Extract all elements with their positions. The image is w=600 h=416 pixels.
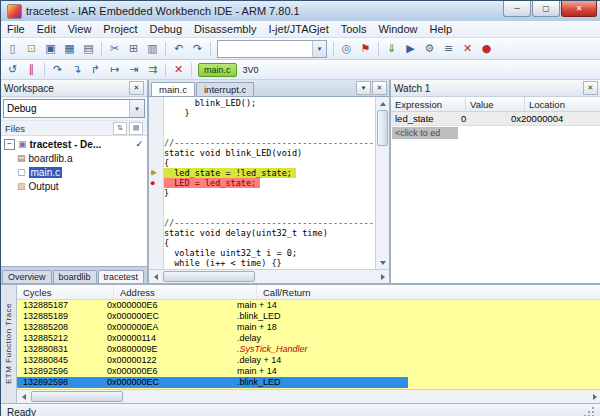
column-location[interactable]: Location	[525, 97, 600, 111]
debug-toolbar: ↺ ∥ ↷ ↴ ↱ ↦ ⇥ ⇉ ✕ main.c 3V0	[1, 60, 600, 80]
reset-button[interactable]: ↺	[3, 61, 22, 78]
stop-debugger-button[interactable]: ✕	[169, 61, 188, 78]
column-cycles[interactable]: Cycles	[17, 285, 114, 299]
redo-button[interactable]: ↷	[188, 40, 207, 57]
resize-grip[interactable]	[583, 407, 595, 416]
scrollbar-thumb[interactable]	[163, 271, 255, 282]
watch-row[interactable]: led_state 0 0x20000004	[391, 112, 600, 126]
quick-search-combo[interactable]: ▾	[217, 40, 327, 58]
tree-item-project[interactable]: − ▣ tracetest - De... ✓	[1, 137, 147, 151]
find-button[interactable]: ◎	[337, 40, 356, 57]
sort-column-button[interactable]: ⇅	[113, 122, 127, 135]
trace-row[interactable]: 132885189 0x000000EC .blink_LED	[17, 311, 600, 322]
close-button[interactable]: ✕	[561, 1, 597, 17]
trace-row[interactable]: 132885208 0x000000EA main + 18	[17, 322, 600, 333]
chevron-down-icon[interactable]: ▾	[129, 100, 144, 117]
menu-disassembly[interactable]: Disassembly	[188, 21, 262, 37]
config-dropdown[interactable]: Debug ▾	[3, 99, 145, 118]
menu-debug[interactable]: Debug	[144, 21, 188, 37]
trace-side-tab[interactable]: ETM Function Trace	[1, 285, 17, 403]
menu-window[interactable]: Window	[372, 21, 423, 37]
make-button[interactable]: ⚙	[420, 40, 439, 57]
menu-tools[interactable]: Tools	[335, 21, 373, 37]
menu-help[interactable]: Help	[424, 21, 459, 37]
column-value[interactable]: Value	[466, 97, 525, 111]
maximize-button[interactable]: ▢	[532, 1, 560, 17]
scrollbar-thumb[interactable]	[31, 391, 123, 402]
tab-tracetest[interactable]: tracetest	[98, 270, 145, 283]
code-area[interactable]: blink_LED(); } //-----------------------…	[164, 97, 375, 269]
editor-body: ► ● blink_LED(); } //-------------------…	[149, 97, 389, 269]
copy-button[interactable]: ⊞	[124, 40, 143, 57]
tree-item-boardlib[interactable]: ▤ boardlib.a	[1, 151, 147, 165]
download-and-debug-button[interactable]: ⇓	[382, 40, 401, 57]
step-out-button[interactable]: ↱	[86, 61, 105, 78]
menu-ijet-jtagjet[interactable]: I-jet/JTAGjet	[262, 21, 334, 37]
trace-horizontal-scrollbar[interactable]	[17, 389, 600, 403]
scroll-right-arrow[interactable]	[376, 270, 389, 283]
break-button[interactable]: ∥	[22, 61, 41, 78]
tree-item-output[interactable]: ▧ Output	[1, 179, 147, 193]
search-input[interactable]	[218, 43, 312, 55]
scroll-down-arrow[interactable]	[376, 256, 389, 269]
tab-interrupt-c[interactable]: interrupt.c	[196, 82, 254, 96]
watch-close-button[interactable]: ✕	[583, 81, 598, 95]
print-button[interactable]: ▤	[79, 40, 98, 57]
watch-expression[interactable]: led_state	[391, 113, 457, 124]
minimize-button[interactable]: ─	[503, 1, 531, 17]
column-call-return[interactable]: Call/Return	[257, 285, 600, 299]
toggle-bookmark-button[interactable]: ⚑	[356, 40, 375, 57]
scrollbar-thumb[interactable]	[377, 110, 388, 146]
main-content: Workspace ✕ Debug ▾ Files ⇅ ▤ − ▣ tracet	[1, 80, 600, 283]
step-over-button[interactable]: ↷	[48, 61, 67, 78]
undo-button[interactable]: ↶	[169, 40, 188, 57]
next-statement-button[interactable]: ↦	[105, 61, 124, 78]
watch-new-row[interactable]: <click to ed	[391, 126, 600, 139]
go-button[interactable]: ⇉	[143, 61, 162, 78]
run-to-cursor-button[interactable]: ⇥	[124, 61, 143, 78]
trace-row[interactable]: 132885212 0x00000114 .delay	[17, 333, 600, 344]
trace-row[interactable]: 132885187 0x000000E6 main + 14	[17, 300, 600, 311]
toggle-breakpoint-button[interactable]: ●	[477, 40, 496, 57]
menu-file[interactable]: File	[1, 21, 31, 37]
tab-main-c[interactable]: main.c	[151, 82, 195, 96]
trace-row-exception[interactable]: 132880831 0x0800009E .SysTick_Handler	[17, 344, 600, 355]
menu-project[interactable]: Project	[97, 21, 143, 37]
debug-without-downloading-button[interactable]: ▶	[401, 40, 420, 57]
scroll-left-arrow[interactable]	[17, 390, 30, 403]
editor-vertical-scrollbar[interactable]	[375, 97, 389, 269]
scroll-left-arrow[interactable]	[149, 270, 162, 283]
trace-row-selected[interactable]: 132892598 0x000000EC .blink_LED	[17, 377, 600, 388]
save-all-button[interactable]: ▦	[60, 40, 79, 57]
go-icon: ⇉	[148, 64, 157, 75]
chevron-down-icon[interactable]: ▾	[312, 41, 326, 57]
step-into-button[interactable]: ↴	[67, 61, 86, 78]
workspace-close-button[interactable]: ✕	[129, 81, 144, 95]
scroll-up-arrow[interactable]	[376, 97, 389, 110]
column-expression[interactable]: Expression	[391, 97, 466, 111]
compile-button[interactable]: ≡	[439, 40, 458, 57]
editor-horizontal-scrollbar[interactable]	[149, 269, 389, 283]
tab-overview[interactable]: Overview	[2, 270, 52, 283]
menu-edit[interactable]: Edit	[31, 21, 62, 37]
breakpoint-icon[interactable]: ●	[150, 178, 155, 188]
menu-view[interactable]: View	[62, 21, 98, 37]
save-button[interactable]: ▣	[41, 40, 60, 57]
trace-row[interactable]: 132892596 0x000000E6 main + 14	[17, 366, 600, 377]
collapse-icon[interactable]: −	[4, 139, 15, 150]
trace-row[interactable]: 132880845 0x00000122 .delay + 14	[17, 355, 600, 366]
cut-button[interactable]: ✂	[105, 40, 124, 57]
editor-close-button[interactable]: ✕	[372, 81, 387, 95]
tab-boardlib[interactable]: boardlib	[53, 270, 97, 283]
editor-gutter[interactable]: ► ●	[149, 97, 164, 269]
watch-edit-placeholder[interactable]: <click to ed	[392, 127, 458, 139]
stop-build-button[interactable]: ✕	[458, 40, 477, 57]
column-address[interactable]: Address	[114, 285, 257, 299]
open-button[interactable]: ⊡	[22, 40, 41, 57]
new-file-button[interactable]: ▯	[3, 40, 22, 57]
tab-list-button[interactable]: ▾	[356, 81, 371, 95]
scroll-right-arrow[interactable]	[588, 390, 600, 403]
columns-button[interactable]: ▤	[129, 122, 143, 135]
tree-item-main-c[interactable]: ▢ main.c	[1, 165, 147, 179]
paste-button[interactable]: ▥	[143, 40, 162, 57]
